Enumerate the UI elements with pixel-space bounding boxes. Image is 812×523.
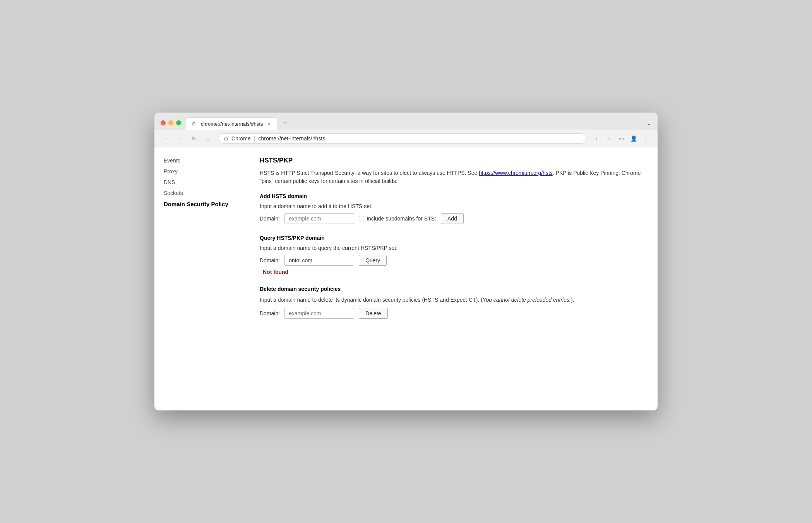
chrome-icon: ⊙ [224,135,228,142]
traffic-lights [161,120,181,130]
query-domain-input[interactable] [284,255,354,266]
add-hsts-desc: Input a domain name to add it to the HST… [260,203,645,209]
delete-title: Delete domain security policies [260,286,645,292]
share-button[interactable]: ↑ [591,133,602,144]
add-hsts-form: Domain: Include subdomains for STS: Add [260,213,645,224]
delete-section: Delete domain security policies Input a … [260,286,645,319]
chromium-hsts-link[interactable]: https://www.chromium.org/hsts [479,170,553,176]
delete-form: Domain: Delete [260,308,645,319]
maximize-button[interactable] [176,120,181,125]
sidebar-item-sockets[interactable]: Sockets [154,188,247,198]
add-hsts-title: Add HSTS domain [260,193,645,199]
menu-button[interactable]: ⋮ [641,133,651,144]
nav-actions: ↑ ☆ ▭ 👤 ⋮ [591,133,651,144]
delete-button[interactable]: Delete [359,308,387,319]
minimize-button[interactable] [168,120,173,125]
tab-menu-button[interactable]: ⌄ [646,120,651,127]
browser-brand: Chrome [231,135,251,142]
sidebar-item-proxy[interactable]: Proxy [154,166,247,177]
delete-desc: Input a domain name to delete its dynami… [260,296,645,304]
active-tab[interactable]: ⊙ chrome://net-internals/#hsts × [186,117,278,130]
query-hsts-section: Query HSTS/PKP domain Input a domain nam… [260,235,645,275]
query-hsts-form: Domain: Query [260,255,645,266]
include-subdomains-checkbox[interactable] [359,216,364,221]
main-panel: HSTS/PKP HSTS is HTTP Strict Transport S… [247,147,658,410]
address-bar[interactable]: ⊙ Chrome | chrome://net-internals/#hsts [218,133,586,144]
tab-bar: ⊙ chrome://net-internals/#hsts × + ⌄ [186,117,651,130]
browser-window: ⊙ chrome://net-internals/#hsts × + ⌄ ← →… [154,113,658,410]
sidebar-item-events[interactable]: Events [154,155,247,166]
sidebar: Events Proxy DNS Sockets Domain Security… [154,147,247,410]
nav-bar: ← → ↻ ⌂ ⊙ Chrome | chrome://net-internal… [154,130,658,147]
sidebar-item-dns[interactable]: DNS [154,177,247,188]
query-hsts-title: Query HSTS/PKP domain [260,235,645,241]
back-button[interactable]: ← [161,133,171,144]
add-domain-label: Domain: [260,215,280,222]
title-bar: ⊙ chrome://net-internals/#hsts × + ⌄ [154,113,658,130]
new-tab-button[interactable]: + [279,118,290,128]
query-result: Not found [263,269,645,275]
bookmark-button[interactable]: ☆ [603,133,614,144]
query-hsts-button[interactable]: Query [359,255,387,266]
tab-favicon: ⊙ [192,121,198,127]
hsts-description: HSTS is HTTP Strict Transport Security: … [260,169,645,185]
include-subdomains-label: Include subdomains for STS: [359,215,436,222]
query-domain-label: Domain: [260,257,280,263]
add-hsts-section: Add HSTS domain Input a domain name to a… [260,193,645,224]
query-hsts-desc: Input a domain name to query the current… [260,245,645,251]
content-area: Events Proxy DNS Sockets Domain Security… [154,147,658,410]
close-button[interactable] [161,120,166,125]
reload-button[interactable]: ↻ [188,133,199,144]
forward-button[interactable]: → [175,133,185,144]
delete-domain-input[interactable] [284,308,354,319]
delete-domain-label: Domain: [260,310,280,316]
add-domain-input[interactable] [284,213,354,224]
address-url[interactable]: chrome://net-internals/#hsts [258,135,581,142]
tab-close-button[interactable]: × [266,121,272,127]
profile-button[interactable]: 👤 [628,133,639,144]
sidebar-item-domain-security-policy[interactable]: Domain Security Policy [154,198,247,210]
address-separator: | [254,135,255,142]
page-title: HSTS/PKP [260,157,645,164]
tab-title: chrome://net-internals/#hsts [201,121,263,127]
sidebar-toggle-button[interactable]: ▭ [616,133,627,144]
home-button[interactable]: ⌂ [202,133,213,144]
add-hsts-button[interactable]: Add [441,213,464,224]
